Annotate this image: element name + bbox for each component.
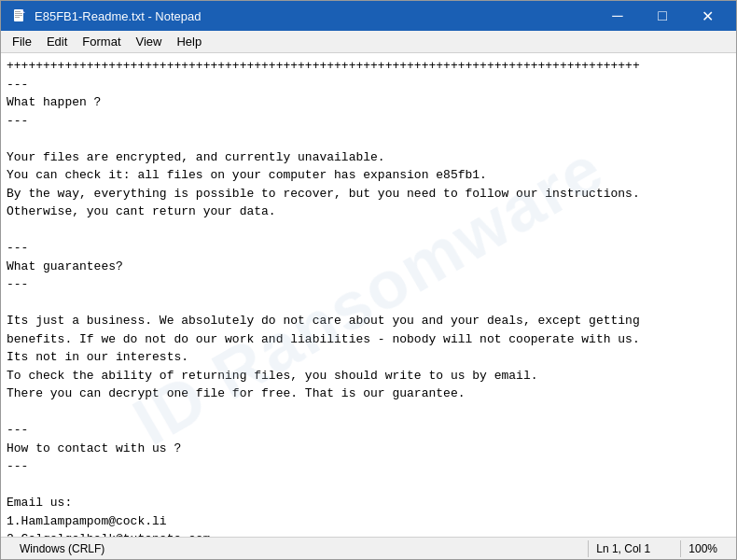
menu-file[interactable]: File (5, 33, 39, 50)
text-editor[interactable]: ++++++++++++++++++++++++++++++++++++++++… (1, 53, 736, 537)
window-title: E85FB1-Readme.txt - Notepad (35, 9, 201, 23)
svg-rect-1 (15, 11, 21, 12)
menu-view[interactable]: View (129, 33, 170, 50)
minimize-button[interactable]: ─ (596, 1, 639, 31)
svg-rect-2 (15, 13, 22, 14)
title-bar-left: E85FB1-Readme.txt - Notepad (12, 8, 201, 23)
title-bar: E85FB1-Readme.txt - Notepad ─ □ ✕ (1, 1, 736, 31)
status-position: Ln 1, Col 1 (588, 540, 658, 557)
menu-format[interactable]: Format (75, 33, 128, 50)
menu-edit[interactable]: Edit (39, 33, 75, 50)
close-button[interactable]: ✕ (686, 1, 729, 31)
status-zoom: 100% (680, 540, 725, 557)
menu-help[interactable]: Help (169, 33, 209, 50)
window-controls: ─ □ ✕ (596, 1, 729, 31)
status-bar: Windows (CRLF) Ln 1, Col 1 100% (1, 537, 736, 559)
editor-area: ID Ransomware ++++++++++++++++++++++++++… (1, 53, 736, 537)
notepad-window: E85FB1-Readme.txt - Notepad ─ □ ✕ File E… (0, 0, 737, 560)
app-icon (12, 8, 27, 23)
status-encoding: Windows (CRLF) (12, 540, 565, 557)
maximize-button[interactable]: □ (641, 1, 684, 31)
svg-rect-3 (15, 15, 22, 16)
menu-bar: File Edit Format View Help (1, 31, 736, 53)
svg-rect-4 (15, 17, 20, 18)
